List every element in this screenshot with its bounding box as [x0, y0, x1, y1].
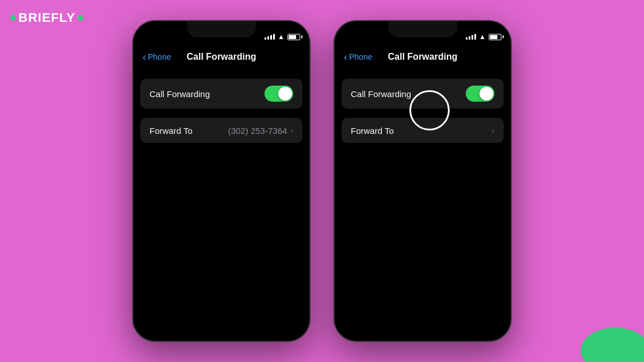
- nav-bar-right: ‹ Phone Call Forwarding: [335, 44, 511, 70]
- status-icons-left: ▲: [264, 33, 300, 41]
- back-label-left: Phone: [148, 52, 171, 61]
- content-area: ▲ ‹ Phone Call Forwarding: [0, 3, 644, 359]
- dot-right: [78, 15, 83, 21]
- nav-title-right: Call Forwarding: [388, 52, 458, 62]
- battery-fill: [289, 35, 296, 39]
- bar-4: [273, 34, 275, 40]
- settings-section-2-right: Forward To ›: [342, 118, 504, 143]
- side-btn-left-r: [334, 79, 335, 107]
- settings-content-right: Call Forwarding Forward To ›: [335, 70, 511, 341]
- nav-bar-left: ‹ Phone Call Forwarding: [133, 44, 309, 70]
- battery-icon-left: [288, 34, 300, 40]
- forward-to-label-left: Forward To: [150, 126, 193, 136]
- settings-section-2-left: Forward To (302) 253-7364 ›: [140, 118, 302, 143]
- settings-section-1-left: Call Forwarding: [140, 79, 302, 109]
- bar-2: [267, 36, 269, 40]
- forward-to-label-right: Forward To: [351, 126, 394, 136]
- side-btn-left: [132, 79, 133, 107]
- signal-bars-right: [466, 34, 476, 40]
- nav-title-left: Call Forwarding: [187, 52, 256, 62]
- bar-1: [264, 37, 266, 40]
- dot-left: [10, 15, 16, 21]
- call-forwarding-label-left: Call Forwarding: [150, 89, 210, 99]
- back-chevron-left: ‹: [143, 51, 146, 63]
- bar-3: [270, 35, 272, 40]
- back-button-left[interactable]: ‹ Phone: [143, 51, 171, 63]
- settings-content-left: Call Forwarding Forward To (302) 253-736…: [133, 70, 309, 341]
- call-forwarding-row-left: Call Forwarding: [140, 79, 302, 109]
- back-chevron-right: ‹: [344, 51, 347, 63]
- chevron-right-left: ›: [290, 126, 293, 135]
- phone-screen-left: ▲ ‹ Phone Call Forwarding: [133, 21, 309, 341]
- back-label-right: Phone: [349, 52, 372, 61]
- bar-2r: [469, 36, 470, 40]
- phone-left: ▲ ‹ Phone Call Forwarding: [132, 20, 310, 342]
- back-button-right[interactable]: ‹ Phone: [344, 51, 372, 63]
- battery-fill-r: [490, 35, 497, 39]
- status-bar-left: ▲: [133, 21, 309, 44]
- forward-to-right-left: (302) 253-7364 ›: [228, 126, 293, 136]
- call-forwarding-label-right: Call Forwarding: [351, 89, 411, 99]
- status-icons-right: ▲: [466, 33, 501, 41]
- phone-screen-right: ▲ ‹ Phone Call Forwarding: [335, 21, 511, 341]
- forward-to-row-right[interactable]: Forward To ›: [342, 118, 504, 143]
- call-forwarding-toggle-left[interactable]: [264, 86, 293, 102]
- forward-to-right-right: ›: [488, 126, 494, 135]
- side-btn-right-r: [511, 90, 512, 130]
- call-forwarding-row-right: Call Forwarding: [342, 79, 504, 109]
- briefly-logo: BRIEFLY: [10, 10, 83, 25]
- wifi-icon-left: ▲: [278, 33, 285, 41]
- chevron-right-right: ›: [492, 126, 494, 135]
- forward-to-row-left[interactable]: Forward To (302) 253-7364 ›: [140, 118, 302, 143]
- signal-bars-left: [264, 34, 275, 40]
- phone-right: ▲ ‹ Phone Call Forwarding: [334, 20, 512, 342]
- wifi-icon-right: ▲: [479, 33, 486, 41]
- brand-name: BRIEFLY: [18, 10, 75, 25]
- forward-to-value-left: (302) 253-7364: [228, 126, 288, 136]
- bar-1r: [466, 37, 467, 40]
- battery-icon-right: [489, 34, 501, 40]
- settings-section-1-right: Call Forwarding: [342, 79, 504, 109]
- side-btn-right: [309, 90, 310, 130]
- bar-3r: [471, 35, 473, 40]
- status-bar-right: ▲: [335, 21, 511, 44]
- bar-4r: [474, 34, 476, 40]
- call-forwarding-toggle-right[interactable]: [466, 86, 494, 102]
